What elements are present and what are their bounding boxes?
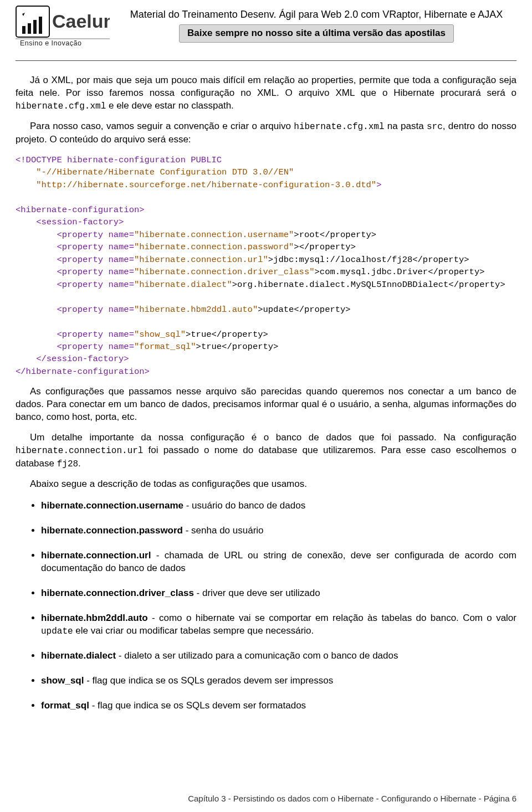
code-token: <property [57,342,103,352]
list-item-key: hibernate.connection.username [41,500,183,511]
code-token: "hibernate.connection.url" [134,255,268,265]
code-token: <property [57,330,103,340]
list-item-desc: ele vai criar ou modificar tabelas sempr… [73,625,314,636]
inline-code: hibernate.cfg.xml [294,122,384,132]
code-token: >org.hibernate.dialect.MySQL5InnoDBDiale… [232,280,505,290]
code-token: </hibernate-configuration> [16,367,150,377]
code-token: "show_sql" [134,330,186,340]
list-item-desc: - usuário do banco de dados [183,500,305,511]
page-footer: Capítulo 3 - Persistindo os dados com o … [16,793,516,804]
code-token: <!DOCTYPE hibernate-configuration PUBLIC [16,155,222,165]
text: Para nosso caso, vamos seguir a convençã… [30,121,294,131]
paragraph-1: Já o XML, por mais que seja um pouco mai… [16,74,516,112]
code-token: <property [57,242,103,252]
logo-wordmark: Caelum [52,11,110,32]
inline-code: fj28 [57,459,78,469]
code-token: >true</property> [196,342,279,352]
code-token: name= [108,267,134,277]
paragraph-2: Para nosso caso, vamos seguir a convençã… [16,120,516,146]
code-token: "format_sql" [134,342,196,352]
list-item-desc: - senha do usuário [183,525,264,536]
list-item-desc: - flag que indica se os SQLs gerados dev… [84,675,333,686]
list-item-key: hibernate.connection.password [41,525,183,536]
list-item-desc: - driver que deve ser utilizado [194,588,320,598]
list-item: show_sql - flag que indica se os SQLs ge… [41,675,516,687]
code-token: "hibernate.hbm2ddl.auto" [134,305,258,315]
list-item: hibernate.connection.username - usuário … [41,500,516,512]
svg-rect-0 [16,6,49,37]
code-token: "-//Hibernate/Hibernate Configuration DT… [36,167,294,177]
text: Já o XML, por mais que seja um pouco mai… [16,75,516,98]
list-item-key: show_sql [41,675,84,686]
inline-code: hibernate.cfg.xml [16,101,106,111]
list-item: hibernate.connection.url - chamada de UR… [41,549,516,575]
list-item: hibernate.hbm2ddl.auto - como o hibernat… [41,612,516,638]
code-token: <property [57,255,103,265]
code-token: <session-factory> [36,217,124,227]
svg-rect-4 [39,17,42,34]
xml-code-block: <!DOCTYPE hibernate-configuration PUBLIC… [16,154,516,378]
config-description-list: hibernate.connection.username - usuário … [16,500,516,712]
text: Um detalhe importante da nossa configura… [30,432,516,443]
text: na pasta [385,121,427,131]
code-token: > [376,180,381,190]
list-item-desc: - flag que indica se os SQLs devem ser f… [89,700,306,711]
code-token: <property [57,267,103,277]
code-token: name= [108,305,134,315]
list-item-key: hibernate.connection.driver_class [41,588,194,598]
logo: Caelum Ensino e Inovação [16,6,110,50]
code-token: "hibernate.connection.driver_class" [134,267,315,277]
code-token: <property [57,305,103,315]
inline-code: hibernate.connection.url [16,446,143,456]
code-token: name= [108,280,134,290]
header-title: Material do Treinamento Desenv. Ágil par… [116,8,516,21]
text: e ele deve estar no classpath. [106,100,234,111]
code-token: "http://hibernate.sourceforge.net/hibern… [36,180,376,190]
list-item-desc: - como o hibernate vai se comportar em r… [148,613,516,623]
page-header: Caelum Ensino e Inovação Material do Tre… [16,6,516,50]
code-token: "hibernate.connection.password" [134,242,294,252]
list-item-desc: - dialeto a ser utilizado para a comunic… [116,650,398,661]
svg-rect-2 [28,23,31,34]
code-token: name= [108,230,134,240]
code-token: >root</property> [294,230,376,240]
code-token: name= [108,330,134,340]
caelum-logo-icon: Caelum Ensino e Inovação [16,6,110,47]
code-token: >update</property> [258,305,350,315]
header-banner: Baixe sempre no nosso site a última vers… [179,24,454,43]
code-token: name= [108,255,134,265]
list-item-key: format_sql [41,700,89,711]
list-item-key: hibernate.connection.url [41,550,151,561]
code-token: <property [57,280,103,290]
code-token: <hibernate-configuration> [16,205,145,215]
code-token: </session-factory> [36,354,129,364]
inline-code: update [41,626,73,636]
paragraph-4: Um detalhe importante da nossa configura… [16,431,516,470]
svg-text:Ensino e Inovação: Ensino e Inovação [20,39,81,47]
code-token: name= [108,242,134,252]
code-token: name= [108,342,134,352]
code-token: >jdbc:mysql://localhost/fj28</property> [268,255,469,265]
svg-rect-1 [22,26,25,34]
list-item-key: hibernate.dialect [41,650,116,661]
code-token: >com.mysql.jdbc.Driver</property> [315,267,485,277]
list-item: format_sql - flag que indica se os SQLs … [41,700,516,712]
code-token: "hibernate.dialect" [134,280,232,290]
list-item: hibernate.connection.driver_class - driv… [41,587,516,600]
paragraph-3: As configurações que passamos nesse arqu… [16,386,516,424]
list-item: hibernate.connection.password - senha do… [41,525,516,537]
code-token: ></property> [294,242,356,252]
code-token: <property [57,230,103,240]
header-texts: Material do Treinamento Desenv. Ágil par… [116,6,516,43]
inline-code: src [427,122,443,132]
header-rule [16,60,516,61]
paragraph-5: Abaixo segue a descrição de todas as con… [16,478,516,491]
code-token: "hibernate.connection.username" [134,230,294,240]
list-item-key: hibernate.hbm2ddl.auto [41,613,148,623]
list-item: hibernate.dialect - dialeto a ser utiliz… [41,650,516,662]
svg-rect-3 [33,20,37,34]
code-token: >true</property> [186,330,268,340]
text: . [78,458,81,469]
